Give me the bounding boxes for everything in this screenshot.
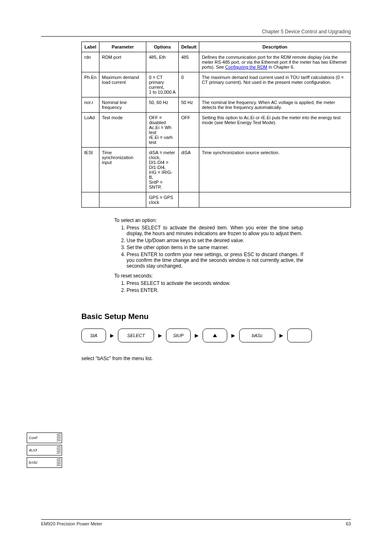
cell-parameter: RDM port <box>99 52 146 72</box>
cell-options: 0 = CT primary current, 1 to 10,000 A <box>146 72 178 97</box>
triangle-up-icon <box>213 334 217 337</box>
cell-options: diSA = meter clock, DI1-DI4 = DI1-DI4, I… <box>146 148 178 192</box>
flow-node-basc: bASc <box>239 328 275 342</box>
sidebar-boxes: ConF 4Ln3 bASc <box>27 432 62 469</box>
options-table: Label Parameter Options Default Descript… <box>81 42 351 208</box>
section-title-basic-setup: Basic Setup Menu <box>81 312 351 321</box>
cell-default <box>178 192 199 208</box>
table-row: nor.r Nominal line frequency 50, 60 Hz 5… <box>82 97 351 113</box>
flow-node-select: SELECT <box>118 328 154 342</box>
list-item: Press SELECT to activate the seconds win… <box>127 280 303 286</box>
flow-node-sta: StA <box>81 328 106 342</box>
basic-setup-text: select "bASc" from the menu list. <box>81 356 351 361</box>
flow-node-stup: StUP <box>166 328 191 342</box>
th-label: Label <box>82 42 99 52</box>
desc-text: in Chapter 6. <box>267 65 295 69</box>
list-item: Press SELECT to activate the desired ite… <box>127 225 303 236</box>
side-box-conf: ConF <box>27 432 62 443</box>
steps-heading-1: To select an option: <box>114 217 303 223</box>
cell-description: Setting this option to Ac.Ei or rE.Ei pu… <box>199 113 351 148</box>
cell-label: LoAd <box>82 113 99 148</box>
cell-description: Defines the communication port for the R… <box>199 52 351 72</box>
table-row: rdn RDM port 485, Eth 485 Defines the co… <box>82 52 351 72</box>
table-row: Ph.En Maximum demand load current 0 = CT… <box>82 72 351 97</box>
list-item: Set the other option items in the same m… <box>127 245 303 250</box>
cell-parameter: Test mode <box>99 113 146 148</box>
cell-label: nor.r <box>82 97 99 113</box>
cell-description: Time synchronization source selection. <box>199 148 351 192</box>
cell-parameter: Nominal line frequency <box>99 97 146 113</box>
cell-default: OFF <box>178 113 199 148</box>
flow-node-empty <box>287 328 312 342</box>
th-options: Options <box>146 42 178 52</box>
steps-list-2: Press SELECT to activate the seconds win… <box>127 280 303 293</box>
cell-options: GPS = GPS clock <box>146 192 178 208</box>
cell-parameter: Time synchronization input <box>99 148 146 192</box>
side-box-basc: bASc <box>27 457 62 468</box>
footer-rule <box>41 519 351 520</box>
cell-default: 0 <box>178 72 199 97</box>
cell-label: rdn <box>82 52 99 72</box>
side-box-4ln3: 4Ln3 <box>27 445 62 456</box>
table-row: tESt Time synchronization input diSA = m… <box>82 148 351 192</box>
side-label: bASc <box>29 460 38 465</box>
arrow-right-icon: ▶ <box>231 333 235 338</box>
side-label: ConF <box>29 436 38 440</box>
cell-parameter <box>99 192 146 208</box>
chapter-header: Chapter 5 Device Control and Upgrading <box>41 29 351 35</box>
th-default: Default <box>178 42 199 52</box>
th-description: Description <box>199 42 351 52</box>
cell-label: Ph.En <box>82 72 99 97</box>
footer-left: EM920 Precision Power Meter <box>41 521 102 526</box>
cell-options: 485, Eth <box>146 52 178 72</box>
cell-label <box>82 192 99 208</box>
steps-heading-2: To reset seconds: <box>114 273 303 279</box>
arrow-right-icon: ▶ <box>195 333 198 338</box>
cell-options: 50, 60 Hz <box>146 97 178 113</box>
cell-default: diSA <box>178 148 199 192</box>
hatch-icon <box>57 458 61 467</box>
cell-default: 50 Hz <box>178 97 199 113</box>
cell-label: tESt <box>82 148 99 192</box>
hatch-icon <box>57 446 61 454</box>
list-item: Use the Up/Down arrow keys to set the de… <box>127 238 303 243</box>
table-row: GPS = GPS clock <box>82 192 351 208</box>
steps-list-1: Press SELECT to activate the desired ite… <box>127 225 303 269</box>
arrow-right-icon: ▶ <box>110 333 114 338</box>
cell-description <box>199 192 351 208</box>
arrow-right-icon: ▶ <box>279 333 283 338</box>
header-rule <box>41 36 351 37</box>
table-row: LoAd Test mode OFF = disabled Ac.Ei = Wh… <box>82 113 351 148</box>
hatch-icon <box>57 434 61 442</box>
list-item: Press ENTER. <box>127 287 303 293</box>
arrow-right-icon: ▶ <box>158 333 162 338</box>
list-item: Press ENTER to confirm your new settings… <box>127 252 303 269</box>
footer-page-number: 63 <box>346 521 351 526</box>
flow-node-up <box>203 328 227 342</box>
th-parameter: Parameter <box>99 42 146 52</box>
side-label: 4Ln3 <box>29 448 37 452</box>
cell-options: OFF = disabled Ac.Ei = Wh test rE.Ei = v… <box>146 113 178 148</box>
cell-description: The nominal line frequency. When AC volt… <box>199 97 351 113</box>
link-configuring-rdm[interactable]: Configuring the RDM <box>225 65 267 69</box>
cell-default: 485 <box>178 52 199 72</box>
cell-parameter: Maximum demand load current <box>99 72 146 97</box>
menu-flow-diagram: StA ▶ SELECT ▶ StUP ▶ ▶ bASc ▶ <box>81 328 351 342</box>
cell-description: The maximum demand load current used in … <box>199 72 351 97</box>
